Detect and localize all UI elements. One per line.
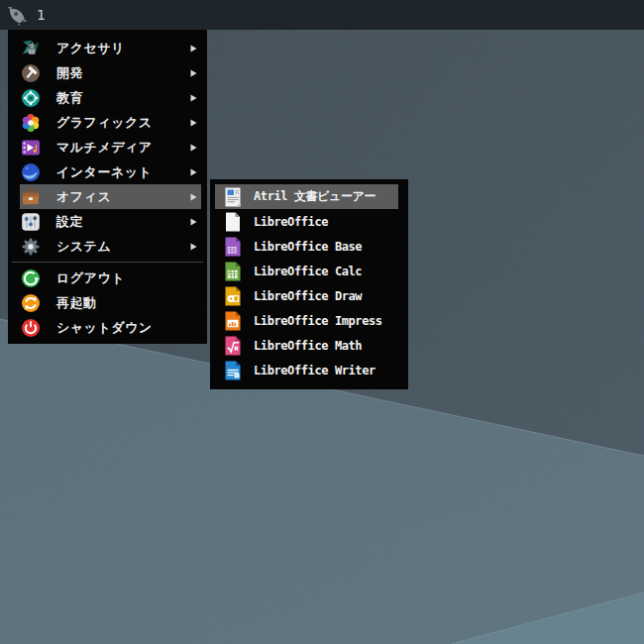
office-submenu: Atril 文書ビューアー LibreOffice LibreOffice Ba…: [210, 179, 408, 389]
submenu-item-label: LibreOffice: [254, 215, 328, 229]
libreoffice-draw-icon: [222, 285, 244, 307]
menu-item-graphics[interactable]: グラフィックス: [20, 110, 201, 135]
submenu-arrow-icon: [190, 119, 201, 127]
system-gear-icon: [21, 237, 41, 257]
menu-item-label: 設定: [56, 213, 83, 231]
desktop: 1 アクセサリ 開発 教育 グラフィックス マルチメディア イ: [0, 0, 644, 644]
menu-item-system[interactable]: システム: [20, 234, 201, 259]
menu-item-logout[interactable]: ログアウト: [20, 266, 201, 290]
submenu-item-list: Atril 文書ビューアー LibreOffice LibreOffice Ba…: [210, 184, 408, 382]
menu-item-settings[interactable]: 設定: [20, 209, 201, 234]
menu-item-restart[interactable]: 再起動: [20, 290, 201, 315]
menu-session-list: ログアウト 再起動 シャットダウン: [8, 266, 207, 340]
submenu-item-libreoffice-math[interactable]: LibreOffice Math: [215, 333, 398, 358]
submenu-arrow-icon: [190, 144, 201, 152]
submenu-item-libreoffice-impress[interactable]: LibreOffice Impress: [215, 308, 398, 333]
menu-item-internet[interactable]: インターネット: [20, 160, 201, 184]
menu-item-label: 再起動: [56, 294, 97, 312]
workspace-indicator[interactable]: 1: [37, 0, 46, 30]
submenu-item-label: LibreOffice Math: [254, 339, 362, 353]
menu-item-label: アクセサリ: [56, 40, 125, 57]
menu-item-label: オフィス: [56, 188, 111, 206]
menu-item-label: シャットダウン: [56, 319, 153, 337]
libreoffice-icon: [222, 211, 244, 233]
libreoffice-calc-icon: [222, 261, 244, 282]
menu-item-shutdown[interactable]: シャットダウン: [20, 315, 201, 340]
menu-item-accessories[interactable]: アクセサリ: [20, 36, 201, 60]
submenu-arrow-icon: [190, 193, 201, 201]
libreoffice-base-icon: [222, 236, 244, 258]
submenu-arrow-icon: [190, 243, 201, 251]
submenu-arrow-icon: [190, 69, 201, 77]
menu-item-label: システム: [56, 238, 111, 256]
menu-item-multimedia[interactable]: マルチメディア: [20, 135, 201, 160]
development-hammer-icon: [21, 63, 41, 83]
internet-icon: [21, 162, 41, 182]
submenu-arrow-icon: [190, 94, 201, 102]
submenu-item-libreoffice-draw[interactable]: LibreOffice Draw: [215, 283, 398, 308]
menu-item-label: 教育: [56, 89, 83, 107]
libreoffice-writer-icon: [222, 360, 244, 381]
submenu-item-label: LibreOffice Impress: [254, 314, 382, 328]
submenu-item-label: LibreOffice Base: [254, 240, 362, 254]
education-icon: [21, 88, 41, 108]
shutdown-icon: [21, 318, 41, 338]
submenu-item-libreoffice[interactable]: LibreOffice: [215, 209, 398, 234]
menu-item-label: 開発: [56, 64, 83, 82]
menu-separator: [12, 262, 203, 263]
multimedia-icon: [21, 138, 41, 158]
submenu-item-libreoffice-writer[interactable]: LibreOffice Writer: [215, 358, 398, 382]
menu-category-list: アクセサリ 開発 教育 グラフィックス マルチメディア インターネット: [8, 36, 207, 259]
menu-item-office[interactable]: オフィス: [20, 184, 201, 209]
applications-menu: アクセサリ 開発 教育 グラフィックス マルチメディア インターネット: [8, 30, 207, 344]
menu-item-education[interactable]: 教育: [20, 85, 201, 110]
libreoffice-math-icon: [222, 335, 244, 357]
menu-item-label: グラフィックス: [56, 114, 153, 132]
rocket-icon[interactable]: [7, 5, 28, 26]
menu-item-development[interactable]: 開発: [20, 60, 201, 85]
menu-item-label: インターネット: [56, 163, 152, 181]
top-bar: 1: [0, 0, 644, 30]
submenu-item-libreoffice-calc[interactable]: LibreOffice Calc: [215, 259, 398, 283]
settings-icon: [21, 212, 41, 232]
logout-icon: [21, 268, 41, 288]
submenu-item-atril[interactable]: Atril 文書ビューアー: [215, 184, 398, 209]
libreoffice-impress-icon: [222, 310, 244, 332]
atril-document-viewer-icon: [222, 186, 244, 208]
submenu-item-label: LibreOffice Calc: [254, 265, 362, 278]
submenu-item-label: LibreOffice Writer: [254, 364, 376, 377]
submenu-arrow-icon: [190, 218, 201, 226]
submenu-item-label: LibreOffice Draw: [254, 289, 362, 303]
submenu-arrow-icon: [190, 168, 201, 176]
submenu-item-label: Atril 文書ビューアー: [254, 188, 376, 205]
graphics-icon: [21, 113, 41, 133]
menu-item-label: ログアウト: [56, 269, 125, 287]
office-briefcase-icon: [21, 187, 41, 207]
submenu-item-libreoffice-base[interactable]: LibreOffice Base: [215, 234, 398, 259]
menu-item-label: マルチメディア: [56, 139, 153, 157]
submenu-arrow-icon: [190, 45, 201, 53]
restart-icon: [21, 293, 41, 313]
accessories-icon: [21, 39, 41, 58]
